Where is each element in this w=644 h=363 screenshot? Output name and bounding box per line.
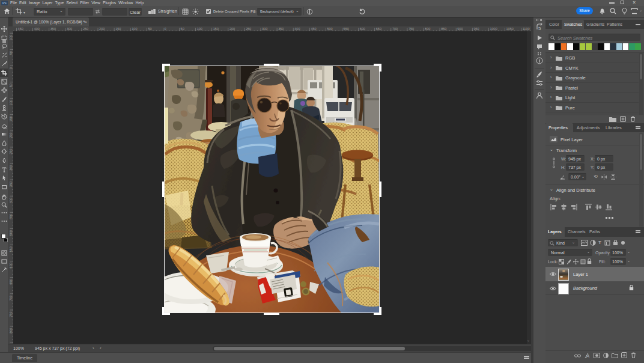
svg-text:250: 250 <box>246 27 251 31</box>
svg-text:0: 0 <box>9 67 13 69</box>
svg-text:850: 850 <box>441 27 446 31</box>
svg-text:200: 200 <box>229 27 235 31</box>
svg-text:800: 800 <box>425 27 430 31</box>
svg-text:250: 250 <box>9 149 13 154</box>
svg-text:200: 200 <box>99 27 105 31</box>
svg-text:650: 650 <box>9 279 13 284</box>
svg-text:300: 300 <box>262 27 267 31</box>
svg-text:A: A <box>586 353 589 359</box>
svg-text:100: 100 <box>9 35 13 40</box>
svg-text:50: 50 <box>148 27 151 31</box>
svg-text:150: 150 <box>9 116 13 121</box>
svg-text:0: 0 <box>165 27 166 31</box>
svg-text:1050: 1050 <box>506 27 514 31</box>
svg-text:1000: 1000 <box>490 27 497 31</box>
svg-text:450: 450 <box>311 27 316 31</box>
svg-text:5: 5 <box>538 26 541 31</box>
svg-text:500: 500 <box>9 230 13 236</box>
svg-text:700: 700 <box>392 27 398 31</box>
svg-text:300: 300 <box>67 27 72 31</box>
svg-text:350: 350 <box>278 27 284 31</box>
svg-text:600: 600 <box>9 263 13 268</box>
svg-text:350: 350 <box>9 182 13 187</box>
svg-text:200: 200 <box>9 132 13 138</box>
svg-text:650: 650 <box>376 27 381 31</box>
svg-text:400: 400 <box>9 198 13 203</box>
svg-text:300: 300 <box>9 165 13 171</box>
svg-text:400: 400 <box>294 27 300 31</box>
svg-text:400: 400 <box>34 27 40 31</box>
svg-text:900: 900 <box>457 27 463 31</box>
svg-text:1100: 1100 <box>523 27 530 31</box>
svg-text:100: 100 <box>9 100 13 105</box>
svg-text:550: 550 <box>9 246 13 252</box>
svg-text:550: 550 <box>344 27 349 31</box>
svg-text:50: 50 <box>9 51 13 55</box>
svg-text:450: 450 <box>18 27 23 31</box>
svg-text:100: 100 <box>197 27 202 31</box>
svg-text:100: 100 <box>132 27 137 31</box>
svg-text:600: 600 <box>360 27 365 31</box>
svg-text:500: 500 <box>327 27 333 31</box>
svg-text:350: 350 <box>50 27 56 31</box>
svg-text:700: 700 <box>9 295 13 300</box>
svg-text:750: 750 <box>409 27 414 31</box>
svg-text:800: 800 <box>9 328 13 334</box>
svg-text:50: 50 <box>9 84 13 87</box>
svg-text:450: 450 <box>9 214 13 219</box>
svg-text:250: 250 <box>83 27 88 31</box>
svg-text:50: 50 <box>181 27 184 31</box>
svg-text:150: 150 <box>115 27 121 31</box>
svg-text:150: 150 <box>213 27 219 31</box>
svg-text:950: 950 <box>473 27 479 31</box>
svg-text:750: 750 <box>9 312 13 317</box>
